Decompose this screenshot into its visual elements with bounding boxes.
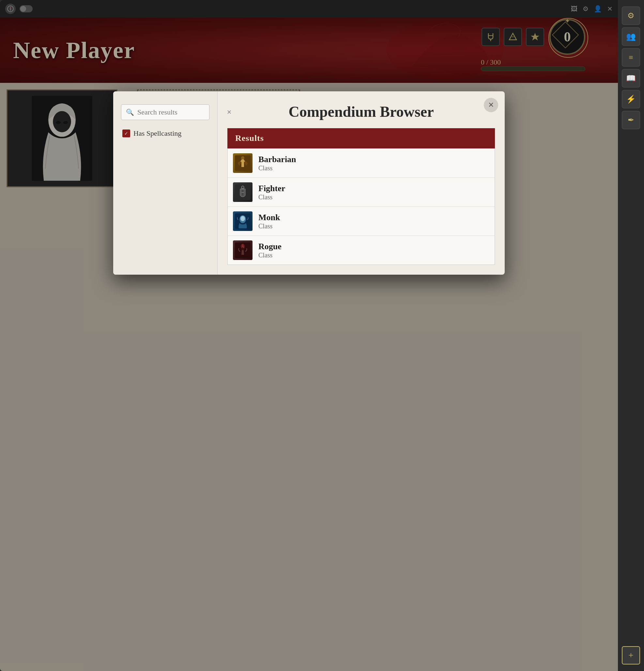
sidebar-plus-btn[interactable]: + [622,646,640,664]
fighter-info: Fighter Class [258,183,285,201]
rogue-type: Class [258,252,281,259]
svg-point-26 [241,248,244,250]
sidebar-users-btn[interactable]: 👥 [622,27,640,46]
result-fighter[interactable]: Fighter Class [228,178,495,207]
result-monk[interactable]: Monk Class [228,207,495,236]
fighter-name: Fighter [258,183,285,193]
svg-point-19 [241,186,244,189]
modal-close-button[interactable]: ✕ [484,98,498,112]
monk-name: Monk [258,213,280,223]
result-rogue[interactable]: Rogue Class [228,236,495,265]
barbarian-info: Barbarian Class [258,155,296,172]
svg-point-17 [241,156,244,160]
modal-title: Compendium Browser [218,91,505,128]
filter-label: Has Spellcasting [134,129,181,138]
result-barbarian[interactable]: Barbarian Class [228,149,495,178]
sidebar-lightning-btn[interactable]: ⚡ [622,90,640,108]
monk-icon [233,211,253,231]
fighter-icon [233,182,253,202]
modal-right-panel: Compendium Browser Results [218,91,505,275]
sidebar-book-btn[interactable]: 📖 [622,69,640,87]
sidebar-feather-btn[interactable]: ✒ [622,111,640,129]
fighter-type: Class [258,193,285,201]
rogue-name: Rogue [258,242,281,252]
sidebar-list-btn[interactable]: ≡ [622,48,640,66]
svg-point-23 [242,217,244,219]
monk-type: Class [258,223,280,230]
barbarian-icon [233,153,253,173]
modal-left-panel: 🔍 ✕ ✓ Has Spellcasting [113,91,218,275]
results-list: Barbarian Class [227,149,495,265]
modal-overlay: ✕ 🔍 ✕ ✓ Has Spellcasting Compendium Brow… [0,0,618,671]
rogue-info: Rogue Class [258,242,281,259]
modal-search-bar: 🔍 ✕ [121,104,210,120]
modal-search-input[interactable] [137,108,224,116]
barbarian-name: Barbarian [258,155,296,164]
filter-checkbox[interactable]: ✓ [122,129,130,137]
right-sidebar: ⚙ 👥 ≡ 📖 ⚡ ✒ + [618,0,644,671]
modal-search-icon: 🔍 [126,108,134,116]
sidebar-gear-btn[interactable]: ⚙ [622,7,640,25]
results-header: Results [227,128,495,149]
monk-info: Monk Class [258,213,280,230]
barbarian-type: Class [258,164,296,172]
filter-spellcasting[interactable]: ✓ Has Spellcasting [121,127,210,140]
rogue-icon [233,240,253,260]
compendium-modal: ✕ 🔍 ✕ ✓ Has Spellcasting Compendium Brow… [113,91,505,275]
close-icon: ✕ [488,101,494,109]
modal-results-area: Results Bar [218,128,505,275]
